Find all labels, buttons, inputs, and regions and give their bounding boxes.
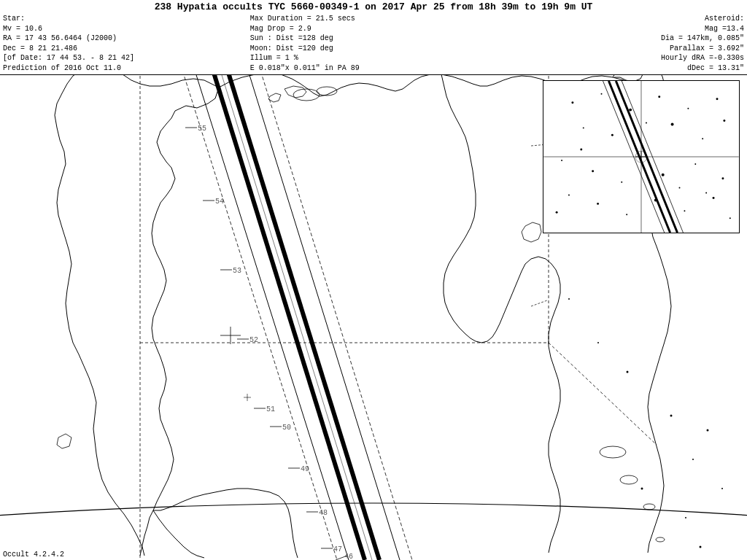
ra: RA = 17 43 56.6464 (J2000) <box>3 34 250 44</box>
svg-point-45 <box>597 342 599 343</box>
dec: Dec = 8 21 21.486 <box>3 44 250 54</box>
hourly-dra: Hourly dRA =-0.330s <box>497 53 744 63</box>
asteroid-dia: Dia = 147km, 0.085" <box>497 34 744 44</box>
svg-point-85 <box>684 210 685 211</box>
title: 238 Hypatia occults TYC 5660-00349-1 on … <box>3 1 744 12</box>
svg-text:47: 47 <box>333 545 342 553</box>
svg-point-67 <box>658 96 660 98</box>
star-label: Star: <box>3 14 250 24</box>
svg-point-91 <box>580 149 582 151</box>
ddec: dDec = 13.31" <box>497 63 744 74</box>
svg-point-73 <box>702 138 703 139</box>
star-info: Star: Mv = 10.6 RA = 17 43 56.6464 (J200… <box>3 14 250 73</box>
svg-text:55: 55 <box>198 125 206 133</box>
svg-point-44 <box>568 298 570 300</box>
svg-point-72 <box>671 122 674 125</box>
svg-point-66 <box>629 109 632 112</box>
svg-point-80 <box>721 177 724 179</box>
svg-point-64 <box>571 101 573 104</box>
svg-text:51: 51 <box>266 405 275 413</box>
svg-point-49 <box>641 488 643 490</box>
svg-point-50 <box>685 517 686 518</box>
prediction: Prediction of 2016 Oct 11.0 <box>3 63 250 74</box>
svg-text:54: 54 <box>215 198 224 206</box>
event-info: Max Duration = 21.5 secs Mag Drop = 2.9 … <box>250 14 498 73</box>
mv: Mv = 10.6 <box>3 24 250 34</box>
info-columns: Star: Mv = 10.6 RA = 17 43 56.6464 (J200… <box>3 14 744 73</box>
svg-point-74 <box>723 120 725 122</box>
svg-point-81 <box>568 195 570 196</box>
svg-point-70 <box>583 127 584 128</box>
svg-point-87 <box>729 217 731 219</box>
svg-text:48: 48 <box>319 509 328 517</box>
svg-text:50: 50 <box>282 424 291 432</box>
svg-point-46 <box>627 371 629 373</box>
svg-point-89 <box>646 122 647 123</box>
svg-point-88 <box>556 211 558 214</box>
svg-text:49: 49 <box>301 465 309 473</box>
svg-point-82 <box>597 203 599 205</box>
svg-point-52 <box>721 488 723 489</box>
svg-point-78 <box>662 174 665 176</box>
illum: Illum = 1 % <box>250 53 498 63</box>
moon-dist: Moon: Dist =120 deg <box>250 44 498 54</box>
asteroid-parallax: Parallax = 3.692" <box>497 44 744 54</box>
svg-point-71 <box>611 134 614 136</box>
svg-point-51 <box>700 546 702 548</box>
svg-point-75 <box>561 160 562 161</box>
main-container: 238 Hypatia occults TYC 5660-00349-1 on … <box>0 0 747 560</box>
svg-point-53 <box>707 429 709 432</box>
footer: Occult 4.2.4.2 <box>3 551 64 559</box>
ellipse: E 0.018"x 0.011" in PA 89 <box>250 63 498 74</box>
of-date: [of Date: 17 44 53. - 8 21 42] <box>3 53 250 63</box>
svg-point-92 <box>705 192 707 194</box>
svg-point-86 <box>713 197 715 199</box>
asteroid-label: Asteroid: <box>497 14 744 24</box>
svg-text:53: 53 <box>233 267 241 275</box>
svg-point-77 <box>621 182 622 183</box>
svg-point-68 <box>687 108 689 109</box>
sun-dist: Sun : Dist =128 deg <box>250 34 498 44</box>
svg-point-69 <box>716 98 719 100</box>
svg-text:52: 52 <box>249 336 258 344</box>
mag-drop: Mag Drop = 2.9 <box>250 24 498 34</box>
svg-point-83 <box>626 214 627 215</box>
header: 238 Hypatia occults TYC 5660-00349-1 on … <box>0 0 747 75</box>
inset-box <box>543 80 740 233</box>
svg-point-65 <box>601 93 603 95</box>
inset-star-chart <box>543 81 739 233</box>
svg-point-76 <box>592 170 594 172</box>
svg-point-47 <box>670 415 673 417</box>
svg-point-79 <box>694 163 696 165</box>
asteroid-mag: Mag =13.4 <box>497 24 744 34</box>
asteroid-info: Asteroid: Mag =13.4 Dia = 147km, 0.085" … <box>497 14 744 73</box>
version-label: Occult 4.2.4.2 <box>3 551 64 559</box>
svg-point-48 <box>692 459 694 460</box>
max-duration: Max Duration = 21.5 secs <box>250 14 498 24</box>
svg-text:46: 46 <box>344 553 353 560</box>
svg-point-90 <box>679 187 681 189</box>
